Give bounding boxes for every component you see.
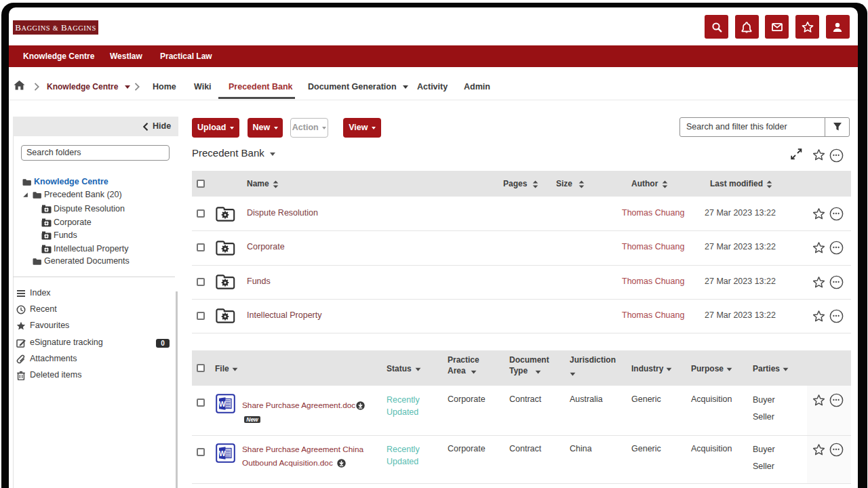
svg-text:W: W xyxy=(219,400,226,408)
svg-text:W: W xyxy=(219,449,226,458)
